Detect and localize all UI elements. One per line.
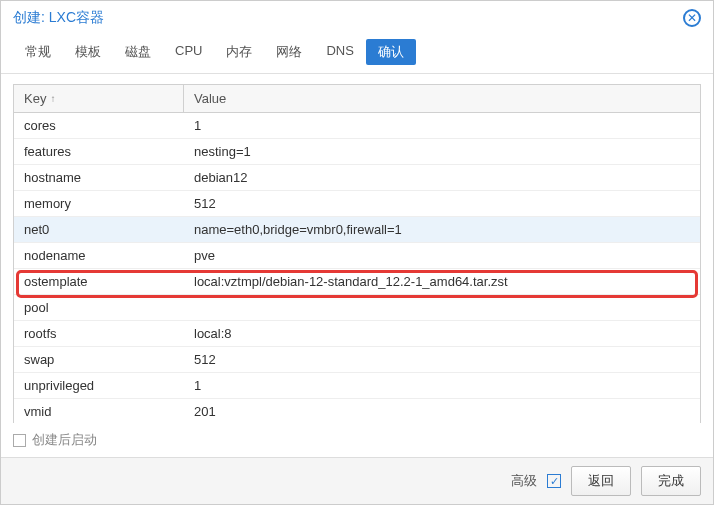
column-header-key-label: Key — [24, 91, 46, 106]
tab-4[interactable]: 内存 — [214, 39, 264, 65]
table-row[interactable]: ostemplatelocal:vztmpl/debian-12-standar… — [14, 269, 700, 295]
cell-value — [184, 295, 700, 320]
close-icon[interactable]: ✕ — [683, 9, 701, 27]
cell-key: memory — [14, 191, 184, 216]
cell-value: name=eth0,bridge=vmbr0,firewall=1 — [184, 217, 700, 242]
checkbox-icon — [13, 434, 26, 447]
cell-key: cores — [14, 113, 184, 138]
tab-1[interactable]: 模板 — [63, 39, 113, 65]
start-after-create-label: 创建后启动 — [32, 431, 97, 449]
table-row[interactable]: vmid201 — [14, 399, 700, 423]
tab-bar: 常规模板磁盘CPU内存网络DNS确认 — [1, 35, 713, 74]
cell-key: unprivileged — [14, 373, 184, 398]
summary-table: Key ↑ Value cores1featuresnesting=1hostn… — [13, 84, 701, 423]
table-row[interactable]: unprivileged1 — [14, 373, 700, 399]
table-row[interactable]: hostnamedebian12 — [14, 165, 700, 191]
cell-key: nodename — [14, 243, 184, 268]
cell-key: swap — [14, 347, 184, 372]
table-row[interactable]: swap512 — [14, 347, 700, 373]
back-button[interactable]: 返回 — [571, 466, 631, 496]
cell-value: 512 — [184, 191, 700, 216]
cell-value: 512 — [184, 347, 700, 372]
table-header: Key ↑ Value — [14, 85, 700, 113]
cell-value: debian12 — [184, 165, 700, 190]
table-row[interactable]: cores1 — [14, 113, 700, 139]
tab-7[interactable]: 确认 — [366, 39, 416, 65]
cell-value: local:8 — [184, 321, 700, 346]
dialog-content: Key ↑ Value cores1featuresnesting=1hostn… — [1, 74, 713, 423]
cell-value: local:vztmpl/debian-12-standard_12.2-1_a… — [184, 269, 700, 294]
cell-value: nesting=1 — [184, 139, 700, 164]
table-row[interactable]: featuresnesting=1 — [14, 139, 700, 165]
sort-asc-icon: ↑ — [50, 93, 55, 104]
advanced-label: 高级 — [511, 472, 537, 490]
cell-key: features — [14, 139, 184, 164]
table-row[interactable]: nodenamepve — [14, 243, 700, 269]
advanced-checkbox[interactable]: ✓ — [547, 474, 561, 488]
cell-key: net0 — [14, 217, 184, 242]
cell-key: hostname — [14, 165, 184, 190]
tab-6[interactable]: DNS — [314, 39, 365, 65]
tab-5[interactable]: 网络 — [264, 39, 314, 65]
cell-value: pve — [184, 243, 700, 268]
cell-key: rootfs — [14, 321, 184, 346]
cell-value: 1 — [184, 113, 700, 138]
table-row[interactable]: pool — [14, 295, 700, 321]
cell-key: vmid — [14, 399, 184, 423]
dialog-title: 创建: LXC容器 — [13, 9, 104, 27]
tab-2[interactable]: 磁盘 — [113, 39, 163, 65]
create-lxc-dialog: 创建: LXC容器 ✕ 常规模板磁盘CPU内存网络DNS确认 Key ↑ Val… — [0, 0, 714, 505]
column-header-key[interactable]: Key ↑ — [14, 85, 184, 112]
tab-0[interactable]: 常规 — [13, 39, 63, 65]
column-header-value[interactable]: Value — [184, 85, 700, 112]
finish-button[interactable]: 完成 — [641, 466, 701, 496]
options-row: 创建后启动 — [1, 423, 713, 457]
table-row[interactable]: memory512 — [14, 191, 700, 217]
cell-key: pool — [14, 295, 184, 320]
start-after-create-checkbox[interactable]: 创建后启动 — [13, 431, 97, 449]
table-row[interactable]: rootfslocal:8 — [14, 321, 700, 347]
dialog-footer: 高级 ✓ 返回 完成 — [1, 457, 713, 504]
column-header-value-label: Value — [194, 91, 226, 106]
cell-value: 1 — [184, 373, 700, 398]
table-row[interactable]: net0name=eth0,bridge=vmbr0,firewall=1 — [14, 217, 700, 243]
cell-key: ostemplate — [14, 269, 184, 294]
tab-3[interactable]: CPU — [163, 39, 214, 65]
dialog-header: 创建: LXC容器 ✕ — [1, 1, 713, 35]
cell-value: 201 — [184, 399, 700, 423]
